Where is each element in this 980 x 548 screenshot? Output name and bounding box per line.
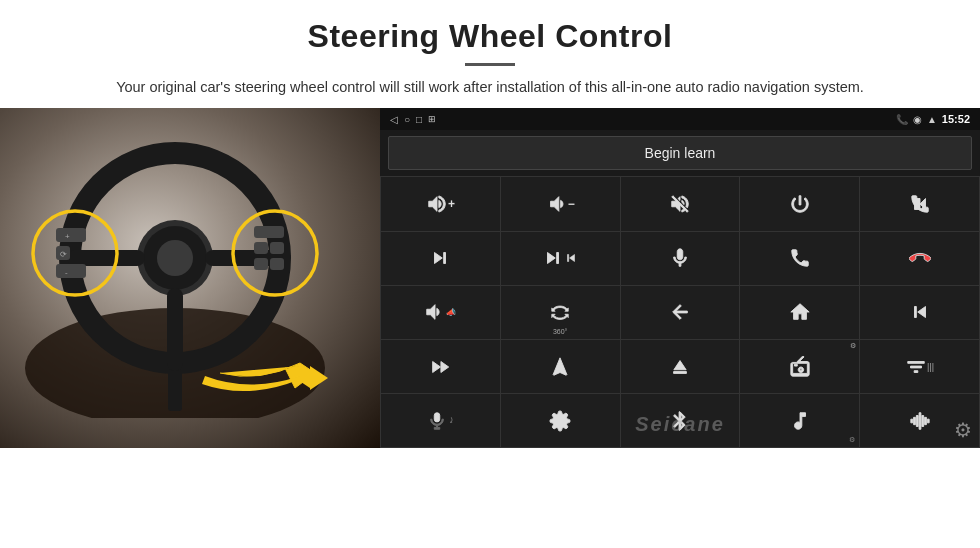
svg-point-5 bbox=[157, 240, 193, 276]
back-nav-button[interactable] bbox=[621, 286, 740, 339]
page-subtitle: Your original car's steering wheel contr… bbox=[80, 76, 900, 98]
nav-recents-icon[interactable]: □ bbox=[416, 114, 422, 125]
status-bar-left: ◁ ○ □ ⊞ bbox=[390, 114, 436, 125]
begin-learn-row: Begin learn bbox=[380, 130, 980, 176]
call-prev-button[interactable] bbox=[860, 177, 979, 230]
power-button[interactable] bbox=[740, 177, 859, 230]
settings-gear-icon[interactable]: ⚙ bbox=[954, 418, 972, 442]
status-bar-right: 📞 ◉ ▲ 15:52 bbox=[896, 113, 970, 125]
svg-text:⟳: ⟳ bbox=[60, 250, 67, 259]
header-section: Steering Wheel Control Your original car… bbox=[0, 0, 980, 108]
phone-icon: 📞 bbox=[896, 114, 908, 125]
page-container: Steering Wheel Control Your original car… bbox=[0, 0, 980, 548]
controls-grid: + − bbox=[380, 176, 980, 448]
phone-call-button[interactable] bbox=[740, 232, 859, 285]
mic-button[interactable] bbox=[621, 232, 740, 285]
car-image: + ⟳ - bbox=[0, 108, 380, 448]
vol-up-button[interactable]: + bbox=[381, 177, 500, 230]
vol-mute-button[interactable] bbox=[621, 177, 740, 230]
steering-wheel-svg: + ⟳ - bbox=[20, 118, 330, 418]
svg-rect-16 bbox=[254, 242, 268, 254]
gps-nav-button[interactable] bbox=[501, 340, 620, 393]
svg-rect-11 bbox=[56, 264, 86, 278]
begin-learn-button[interactable]: Begin learn bbox=[388, 136, 972, 170]
wifi-icon: ▲ bbox=[927, 114, 937, 125]
title-divider bbox=[465, 63, 515, 66]
svg-rect-19 bbox=[270, 258, 284, 270]
svg-rect-17 bbox=[254, 258, 268, 270]
nav-back-icon[interactable]: ◁ bbox=[390, 114, 398, 125]
svg-rect-15 bbox=[254, 226, 284, 238]
location-icon: ◉ bbox=[913, 114, 922, 125]
seek-forward-button[interactable] bbox=[501, 232, 620, 285]
hang-up-button[interactable] bbox=[860, 232, 979, 285]
status-bar: ◁ ○ □ ⊞ 📞 ◉ ▲ 15:52 bbox=[380, 108, 980, 130]
eject-button[interactable] bbox=[621, 340, 740, 393]
home-nav-button[interactable] bbox=[740, 286, 859, 339]
vol-down-button[interactable]: − bbox=[501, 177, 620, 230]
content-row: + ⟳ - bbox=[0, 108, 980, 548]
next-track-button[interactable] bbox=[381, 232, 500, 285]
grid-icon: ⊞ bbox=[428, 114, 436, 124]
svg-text:+: + bbox=[65, 232, 70, 241]
fast-forward-button[interactable] bbox=[381, 340, 500, 393]
page-title: Steering Wheel Control bbox=[60, 18, 920, 55]
music-button[interactable]: ⚙ bbox=[740, 394, 859, 447]
nav-home-icon[interactable]: ○ bbox=[404, 114, 410, 125]
settings-wheel-button[interactable] bbox=[501, 394, 620, 447]
360-view-button[interactable]: 360° bbox=[501, 286, 620, 339]
prev-track-button[interactable] bbox=[860, 286, 979, 339]
svg-rect-9 bbox=[56, 228, 86, 242]
horn-button[interactable]: 📣 bbox=[381, 286, 500, 339]
mic2-button[interactable]: ⤸ bbox=[381, 394, 500, 447]
radio-button[interactable]: ⚙ bbox=[740, 340, 859, 393]
equalizer-button[interactable]: ||| bbox=[860, 340, 979, 393]
svg-rect-18 bbox=[270, 242, 284, 254]
svg-text:-: - bbox=[65, 268, 68, 277]
bluetooth-button[interactable] bbox=[621, 394, 740, 447]
time-display: 15:52 bbox=[942, 113, 970, 125]
android-screen: ◁ ○ □ ⊞ 📞 ◉ ▲ 15:52 Begin learn bbox=[380, 108, 980, 448]
